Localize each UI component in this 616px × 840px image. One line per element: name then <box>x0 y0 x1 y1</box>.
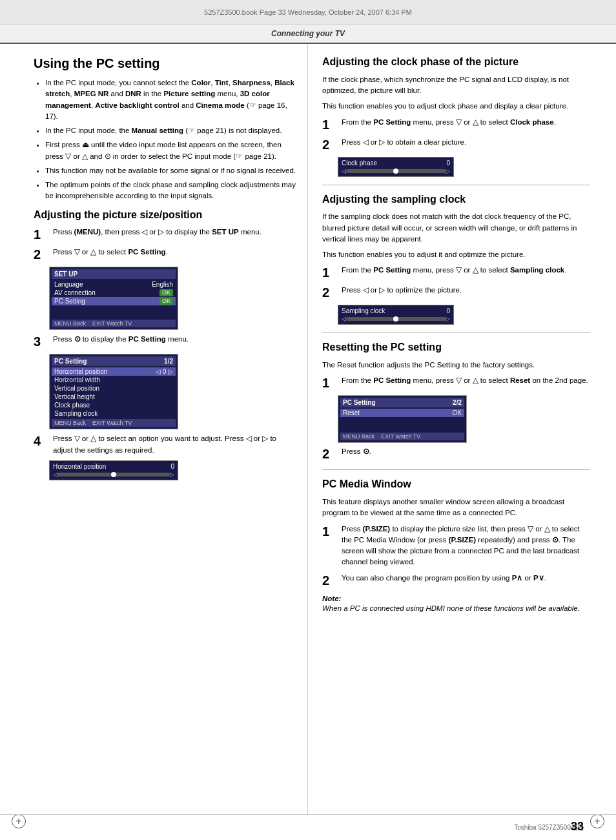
sampling-slider-arrows: ◁ ▷ <box>342 316 450 322</box>
subsection-title: Adjusting the picture size/position <box>34 209 296 222</box>
reset-intro: The Reset function adjusts the PC Settin… <box>322 360 590 371</box>
media-step-1-content: Press (P.SIZE) to display the picture si… <box>342 524 590 568</box>
setup-menu-title: SET UP <box>52 269 176 279</box>
step-2: 2 Press ▽ or △ to select PC Setting. <box>34 247 296 262</box>
reset-menu-image: PC Setting2/2 ResetOK MENU Back EXIT Wat… <box>338 395 467 443</box>
step-4-content: Press ▽ or △ to select an option you wan… <box>53 433 296 456</box>
bullet-4: This function may not be available for s… <box>45 165 296 176</box>
left-column: Using the PC setting In the PC input mod… <box>0 44 308 814</box>
pc-media-title: PC Media Window <box>322 478 590 491</box>
bullet-1: In the PC input mode, you cannot select … <box>45 77 296 122</box>
page-header: Connecting your TV <box>0 25 616 44</box>
pc-setting-menu-footer: MENU Back EXIT Watch TV <box>52 419 176 427</box>
menu-row-pcsetting: PC SettingOK <box>52 297 176 305</box>
sampling-clock-slider: Sampling clock0 ◁ ▷ <box>338 305 454 325</box>
sampling-slider-track <box>346 317 446 321</box>
sampling-step-1-content: From the PC Setting menu, press ▽ or △ t… <box>342 265 590 276</box>
pc-setting-menu-image: PC Setting1/2 Horizontal position◁ 0 ▷ H… <box>49 354 178 429</box>
clock-step-1-num: 1 <box>322 117 338 132</box>
pc-media-intro: This feature displays another smaller wi… <box>322 497 590 519</box>
sampling-clock-title: Adjusting the sampling clock <box>322 193 590 207</box>
step-2-content: Press ▽ or △ to select PC Setting. <box>53 247 296 258</box>
step-1-content: Press (MENU), then press ◁ or ▷ to displ… <box>53 227 296 238</box>
reset-step-2-num: 2 <box>322 446 338 462</box>
bullet-2: In the PC input mode, the Manual setting… <box>45 125 296 136</box>
sampling-step-2-content: Press ◁ or ▷ to optimize the picture. <box>342 285 590 296</box>
pc-menu-row-clockphase: Clock phase <box>52 401 176 409</box>
sampling-step-1-num: 1 <box>322 265 338 280</box>
reset-step-1-content: From the PC Setting menu, press ▽ or △ t… <box>342 375 590 386</box>
pc-menu-row-hwidth: Horizontal width <box>52 376 176 384</box>
reset-menu-title: PC Setting2/2 <box>340 398 464 407</box>
media-step-1: 1 Press (P.SIZE) to display the picture … <box>322 524 590 568</box>
menu-row-language: LanguageEnglish <box>52 280 176 289</box>
clock-step-1: 1 From the PC Setting menu, press ▽ or △… <box>322 117 590 132</box>
clock-step-2-content: Press ◁ or ▷ to obtain a clear picture. <box>342 137 590 148</box>
clock-phase-intro2: This function enables you to adjust cloc… <box>322 101 590 112</box>
sampling-slider-thumb <box>393 316 398 322</box>
content-area: Using the PC setting In the PC input mod… <box>0 44 616 814</box>
slider-thumb <box>111 472 116 477</box>
main-title: Using the PC setting <box>34 56 296 71</box>
pc-menu-row-sampling: Sampling clock <box>52 409 176 418</box>
divider-3 <box>322 469 590 470</box>
bullet-5: The optimum points of the clock phase an… <box>45 179 296 202</box>
step-1: 1 Press (MENU), then press ◁ or ▷ to dis… <box>34 227 296 242</box>
pc-setting-menu-title: PC Setting1/2 <box>52 356 176 366</box>
step-2-num: 2 <box>34 247 49 262</box>
step-1-num: 1 <box>34 227 49 242</box>
reset-step-2-content: Press ⊙. <box>342 446 590 457</box>
setup-menu-image: SET UP LanguageEnglish AV connectionOK P… <box>49 267 178 330</box>
slider-track <box>57 473 170 476</box>
clock-slider-arrows: ◁ ▷ <box>342 168 450 174</box>
divider-2 <box>322 333 590 333</box>
horizontal-position-slider: Horizontal position0 ◁ ▷ <box>49 460 178 480</box>
pc-menu-row-vpos: Vertical position <box>52 384 176 393</box>
clock-slider-track <box>346 169 446 173</box>
note-box: Note: When a PC is connected using HDMI … <box>322 593 590 613</box>
reset-menu-footer: MENU Back EXIT Watch TV <box>340 433 464 440</box>
pc-menu-row-vheight: Vertical height <box>52 393 176 401</box>
clock-phase-slider: Clock phase0 ◁ ▷ <box>338 157 454 177</box>
media-step-2: 2 You can also change the program positi… <box>322 573 590 588</box>
page-number: 33 <box>571 820 584 834</box>
step-4: 4 Press ▽ or △ to select an option you w… <box>34 433 296 456</box>
setup-menu-footer: MENU Back EXIT Watch TV <box>52 320 176 327</box>
reset-title: Resetting the PC setting <box>322 341 590 354</box>
sampling-step-2-num: 2 <box>322 285 338 300</box>
sampling-clock-intro2: This function enables you to adjust it a… <box>322 249 590 260</box>
slider-arrows: ◁ ▷ <box>53 471 174 478</box>
clock-slider-title: Clock phase0 <box>342 159 450 167</box>
clock-step-2: 2 Press ◁ or ▷ to obtain a clear picture… <box>322 137 590 152</box>
step-3: 3 Press ⊙ to display the PC Setting menu… <box>34 334 296 349</box>
slider-title: Horizontal position0 <box>53 463 174 470</box>
top-header: 5257Z3500.book Page 33 Wednesday, Octobe… <box>0 0 616 25</box>
pc-menu-row-hpos: Horizontal position◁ 0 ▷ <box>52 367 176 376</box>
step-4-num: 4 <box>34 433 49 449</box>
menu-row-av: AV connectionOK <box>52 289 176 297</box>
clock-step-1-content: From the PC Setting menu, press ▽ or △ t… <box>342 117 590 128</box>
note-title: Note: <box>322 595 341 602</box>
media-step-2-num: 2 <box>322 573 338 588</box>
reset-step-2: 2 Press ⊙. <box>322 446 590 462</box>
step-3-content: Press ⊙ to display the PC Setting menu. <box>53 334 296 345</box>
right-column: Adjusting the clock phase of the picture… <box>308 44 616 814</box>
clock-step-2-num: 2 <box>322 137 338 152</box>
file-info: 5257Z3500.book Page 33 Wednesday, Octobe… <box>204 8 412 16</box>
media-step-2-content: You can also change the program position… <box>342 573 590 584</box>
sampling-slider-title: Sampling clock0 <box>342 307 450 314</box>
intro-bullets: In the PC input mode, you cannot select … <box>34 77 296 202</box>
step-3-num: 3 <box>34 334 49 349</box>
media-step-1-num: 1 <box>322 524 338 539</box>
page-header-title: Connecting your TV <box>271 29 345 38</box>
clock-slider-thumb <box>393 169 398 174</box>
sampling-step-1: 1 From the PC Setting menu, press ▽ or △… <box>322 265 590 280</box>
sampling-step-2: 2 Press ◁ or ▷ to optimize the picture. <box>322 285 590 300</box>
divider-1 <box>322 185 590 185</box>
reset-step-1: 1 From the PC Setting menu, press ▽ or △… <box>322 375 590 391</box>
reset-step-1-num: 1 <box>322 375 338 391</box>
clock-phase-intro1: If the clock phase, which synchronize th… <box>322 74 590 97</box>
reset-menu-row: ResetOK <box>340 409 464 417</box>
page-footer: Toshiba 5257Z3500A(E) 33 <box>0 814 616 840</box>
clock-phase-title: Adjusting the clock phase of the picture <box>322 56 590 69</box>
